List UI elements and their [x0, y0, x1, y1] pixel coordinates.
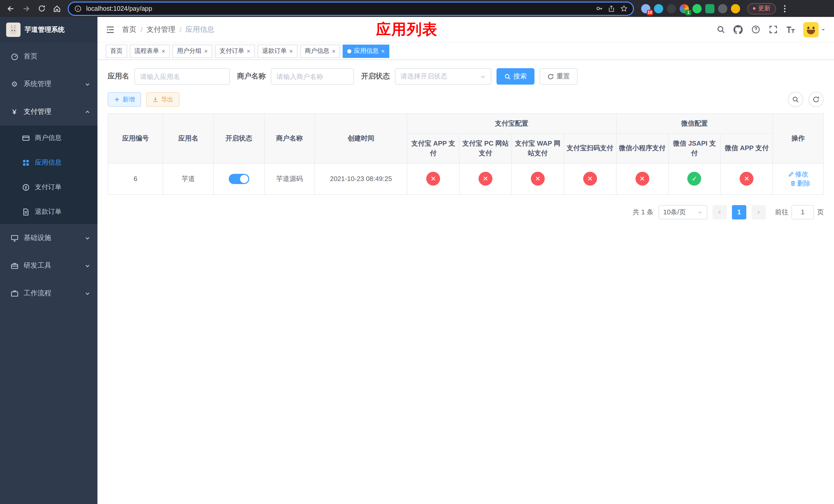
browser-menu-button[interactable] [780, 4, 789, 13]
trash-icon [790, 180, 796, 186]
sidebar-item-devtools[interactable]: 研发工具 [0, 252, 97, 279]
tab-home[interactable]: 首页 [106, 44, 127, 58]
add-button-label: 新增 [123, 95, 135, 104]
page-size-select[interactable]: 10条/页 [659, 205, 707, 219]
sidebar-item-merchant-info[interactable]: 商户信息 [0, 125, 97, 150]
tab-close-icon[interactable]: × [247, 48, 250, 54]
share-icon[interactable] [607, 4, 615, 13]
sidebar-item-system[interactable]: ⚙ 系统管理 [0, 70, 97, 98]
col-header-wechat-jsapi: 微信 JSAPI 支付 [668, 133, 721, 163]
top-navbar: 首页 / 支付管理 / 应用信息 应用列表 [97, 17, 834, 43]
cell-merchant: 芋道源码 [264, 163, 315, 194]
reload-icon [38, 5, 45, 12]
tab-pay-order[interactable]: 支付订单 × [215, 44, 255, 58]
tab-close-icon[interactable]: × [204, 48, 208, 54]
extension-icon-8[interactable] [731, 4, 740, 13]
col-header-created: 创建时间 [315, 114, 407, 163]
search-button-label: 搜索 [513, 72, 527, 81]
sidebar-collapse-button[interactable] [106, 25, 115, 34]
edit-link-label: 修改 [795, 169, 808, 179]
prev-page-button[interactable] [712, 205, 727, 219]
search-button[interactable]: 搜索 [497, 68, 534, 85]
toggle-search-button[interactable] [788, 92, 803, 107]
extension-icon-3[interactable] [667, 4, 676, 13]
extension-icon-6[interactable] [705, 4, 715, 13]
tab-merchant-info[interactable]: 商户信息 × [300, 44, 340, 58]
pencil-icon [788, 171, 794, 177]
col-header-app-id: 应用编号 [108, 114, 163, 163]
next-page-button[interactable] [751, 205, 766, 219]
enable-toggle[interactable] [228, 174, 249, 184]
page-number-1[interactable]: 1 [732, 205, 746, 219]
col-header-alipay-app: 支付宝 APP 支付 [407, 133, 460, 163]
avatar-smile [807, 29, 815, 34]
status-check-icon: ✓ [687, 172, 701, 186]
tab-close-icon[interactable]: × [289, 48, 293, 54]
merchant-name-input[interactable] [271, 68, 354, 85]
sidebar-item-payment[interactable]: ¥ 支付管理 [0, 98, 97, 125]
page-size-value: 10条/页 [663, 207, 686, 216]
extension-icon-5[interactable] [693, 4, 702, 13]
browser-home-button[interactable] [50, 2, 64, 15]
chevron-down-icon [698, 209, 703, 214]
browser-back-button[interactable] [4, 2, 18, 15]
tab-process-form[interactable]: 流程表单 × [130, 44, 170, 58]
reset-button[interactable]: 重置 [540, 68, 577, 85]
status-select-placeholder: 请选择开启状态 [401, 72, 447, 81]
chevron-down-icon [480, 74, 486, 79]
tab-close-icon[interactable]: × [332, 48, 335, 54]
sidebar-item-pay-order[interactable]: 支付订单 [0, 175, 97, 200]
col-header-status: 开启状态 [214, 114, 264, 163]
font-size-icon[interactable] [786, 25, 795, 34]
tab-close-icon[interactable]: × [161, 48, 165, 54]
add-button[interactable]: 新增 [108, 92, 141, 107]
content-area: 应用名 商户名称 开启状态 请选择开启状态 搜索 重置 [97, 60, 834, 504]
edit-link[interactable]: 修改 [788, 169, 808, 179]
extension-icon-7[interactable] [718, 4, 727, 13]
sidebar-item-workflow[interactable]: 工作流程 [0, 279, 97, 307]
sidebar-logo-row[interactable]: 芋道管理系统 [0, 17, 97, 43]
breadcrumb-payment[interactable]: 支付管理 [147, 25, 175, 34]
password-key-icon[interactable] [595, 4, 603, 13]
search-icon[interactable] [716, 25, 725, 34]
url-bar[interactable]: localhost:1024/pay/app [69, 2, 633, 15]
sidebar-item-home[interactable]: 首页 [0, 43, 97, 70]
goto-suffix: 页 [817, 207, 824, 216]
sidebar-item-label: 应用信息 [35, 158, 62, 167]
extension-icon-1[interactable]: 10 [641, 4, 650, 13]
user-menu[interactable] [803, 22, 826, 37]
delete-link[interactable]: 删除 [790, 179, 810, 188]
status-select[interactable]: 请选择开启状态 [395, 68, 491, 85]
bookmark-star-icon[interactable] [620, 4, 628, 13]
browser-forward-button[interactable] [20, 2, 33, 15]
extension-icon-2[interactable] [654, 4, 663, 13]
col-header-actions: 操作 [773, 114, 824, 163]
coin-icon [22, 183, 30, 191]
browser-reload-button[interactable] [35, 2, 48, 15]
tab-close-icon[interactable]: × [381, 48, 385, 54]
export-button[interactable]: 导出 [146, 92, 179, 107]
app-name-input[interactable] [134, 68, 230, 85]
help-icon[interactable] [751, 25, 760, 34]
extension-icon-4[interactable]: 1 [680, 4, 689, 13]
table-row: 6 芋道 芋道源码 2021-10-23 08:49:25 ✕ ✕ ✕ ✕ ✕ [108, 163, 824, 194]
sidebar-item-infrastructure[interactable]: 基础设施 [0, 224, 97, 252]
breadcrumb-home[interactable]: 首页 [122, 25, 136, 34]
tab-user-group[interactable]: 用户分组 × [172, 44, 212, 58]
caret-down-icon [821, 27, 826, 32]
browser-update-button[interactable]: 更新 [747, 3, 776, 14]
col-header-alipay-wap: 支付宝 WAP 网站支付 [512, 133, 564, 163]
goto-page-input[interactable] [791, 205, 814, 219]
fullscreen-icon[interactable] [768, 25, 777, 34]
group-header-wechat: 微信配置 [616, 114, 773, 133]
status-label: 开启状态 [361, 72, 390, 81]
github-icon[interactable] [733, 25, 743, 34]
tab-app-info[interactable]: 应用信息 × [343, 44, 389, 58]
tab-refund-order[interactable]: 退款订单 × [258, 44, 298, 58]
site-info-icon[interactable] [74, 4, 82, 13]
sidebar-item-refund-order[interactable]: 退款订单 [0, 200, 97, 224]
app-title: 芋道管理系统 [25, 25, 65, 35]
page-title: 应用列表 [376, 19, 438, 40]
sidebar-item-app-info[interactable]: 应用信息 [0, 150, 97, 175]
refresh-table-button[interactable] [808, 92, 824, 107]
